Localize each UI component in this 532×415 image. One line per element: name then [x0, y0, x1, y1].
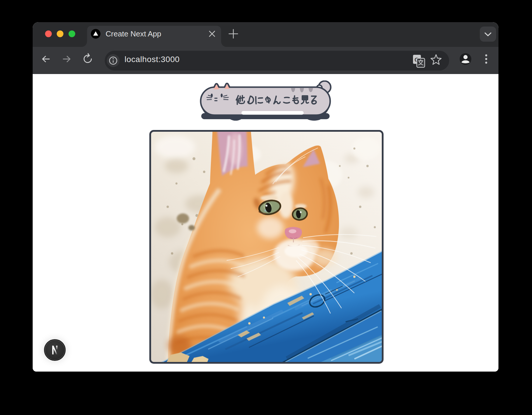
svg-text:localhost:3000: localhost:3000	[125, 55, 180, 64]
svg-text:Create Next App: Create Next App	[106, 29, 161, 38]
